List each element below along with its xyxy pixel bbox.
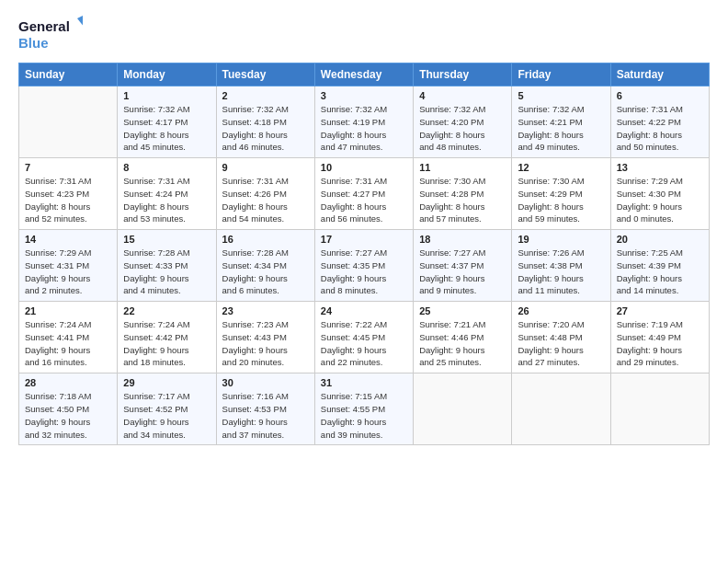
calendar-cell: 25Sunrise: 7:21 AMSunset: 4:46 PMDayligh… <box>414 302 512 373</box>
day-number: 13 <box>617 162 703 173</box>
calendar-cell: 15Sunrise: 7:28 AMSunset: 4:33 PMDayligh… <box>118 230 216 302</box>
day-number: 9 <box>222 162 309 173</box>
calendar-cell: 8Sunrise: 7:31 AMSunset: 4:24 PMDaylight… <box>118 158 216 230</box>
calendar-cell: 13Sunrise: 7:29 AMSunset: 4:30 PMDayligh… <box>610 158 709 230</box>
header-friday: Friday <box>512 63 610 86</box>
day-number: 31 <box>321 377 407 388</box>
day-info: Sunrise: 7:16 AMSunset: 4:53 PMDaylight:… <box>222 390 309 441</box>
svg-text:Blue: Blue <box>18 35 49 51</box>
calendar-cell: 10Sunrise: 7:31 AMSunset: 4:27 PMDayligh… <box>314 158 413 230</box>
day-info: Sunrise: 7:29 AMSunset: 4:31 PMDaylight:… <box>25 247 111 297</box>
day-number: 4 <box>419 90 506 101</box>
day-number: 10 <box>321 162 407 173</box>
day-number: 12 <box>518 162 604 173</box>
day-number: 21 <box>25 305 111 316</box>
day-info: Sunrise: 7:29 AMSunset: 4:30 PMDaylight:… <box>617 175 703 225</box>
day-info: Sunrise: 7:32 AMSunset: 4:21 PMDaylight:… <box>518 103 604 154</box>
day-info: Sunrise: 7:31 AMSunset: 4:24 PMDaylight:… <box>123 175 210 225</box>
calendar-week-row: 1Sunrise: 7:32 AMSunset: 4:17 PMDaylight… <box>19 86 710 158</box>
day-number: 16 <box>222 234 309 245</box>
day-info: Sunrise: 7:32 AMSunset: 4:17 PMDaylight:… <box>123 103 210 154</box>
day-number: 14 <box>25 234 111 245</box>
day-info: Sunrise: 7:32 AMSunset: 4:19 PMDaylight:… <box>321 103 407 154</box>
day-info: Sunrise: 7:32 AMSunset: 4:18 PMDaylight:… <box>222 103 309 154</box>
day-number: 18 <box>419 234 506 245</box>
day-number: 20 <box>617 234 703 245</box>
calendar-cell: 24Sunrise: 7:22 AMSunset: 4:45 PMDayligh… <box>314 302 413 373</box>
calendar-cell: 17Sunrise: 7:27 AMSunset: 4:35 PMDayligh… <box>314 230 413 302</box>
calendar-header-row: SundayMondayTuesdayWednesdayThursdayFrid… <box>19 63 710 86</box>
day-info: Sunrise: 7:31 AMSunset: 4:26 PMDaylight:… <box>222 175 309 225</box>
day-number: 26 <box>518 305 604 316</box>
calendar-cell <box>19 86 118 158</box>
calendar-cell: 9Sunrise: 7:31 AMSunset: 4:26 PMDaylight… <box>216 158 314 230</box>
day-info: Sunrise: 7:26 AMSunset: 4:38 PMDaylight:… <box>518 247 604 297</box>
calendar-week-row: 7Sunrise: 7:31 AMSunset: 4:23 PMDaylight… <box>19 158 710 230</box>
day-info: Sunrise: 7:21 AMSunset: 4:46 PMDaylight:… <box>419 318 506 369</box>
day-info: Sunrise: 7:31 AMSunset: 4:27 PMDaylight:… <box>321 175 407 225</box>
day-number: 2 <box>222 90 309 101</box>
day-number: 22 <box>123 305 210 316</box>
day-number: 30 <box>222 377 309 388</box>
day-info: Sunrise: 7:18 AMSunset: 4:50 PMDaylight:… <box>25 390 111 441</box>
day-number: 19 <box>518 234 604 245</box>
day-info: Sunrise: 7:22 AMSunset: 4:45 PMDaylight:… <box>321 318 407 369</box>
svg-marker-2 <box>77 15 83 28</box>
day-info: Sunrise: 7:28 AMSunset: 4:34 PMDaylight:… <box>222 247 309 297</box>
day-info: Sunrise: 7:32 AMSunset: 4:20 PMDaylight:… <box>419 103 506 154</box>
header-tuesday: Tuesday <box>216 63 314 86</box>
day-number: 7 <box>25 162 111 173</box>
day-info: Sunrise: 7:27 AMSunset: 4:35 PMDaylight:… <box>321 247 407 297</box>
header-monday: Monday <box>118 63 216 86</box>
calendar-cell <box>512 373 610 445</box>
header-wednesday: Wednesday <box>314 63 413 86</box>
day-info: Sunrise: 7:27 AMSunset: 4:37 PMDaylight:… <box>419 247 506 297</box>
calendar-cell: 16Sunrise: 7:28 AMSunset: 4:34 PMDayligh… <box>216 230 314 302</box>
day-info: Sunrise: 7:24 AMSunset: 4:41 PMDaylight:… <box>25 318 111 369</box>
day-info: Sunrise: 7:23 AMSunset: 4:43 PMDaylight:… <box>222 318 309 369</box>
calendar-cell: 21Sunrise: 7:24 AMSunset: 4:41 PMDayligh… <box>19 302 118 373</box>
calendar-cell: 14Sunrise: 7:29 AMSunset: 4:31 PMDayligh… <box>19 230 118 302</box>
day-number: 11 <box>419 162 506 173</box>
day-info: Sunrise: 7:25 AMSunset: 4:39 PMDaylight:… <box>617 247 703 297</box>
header-thursday: Thursday <box>414 63 512 86</box>
calendar-cell: 28Sunrise: 7:18 AMSunset: 4:50 PMDayligh… <box>19 373 118 445</box>
day-info: Sunrise: 7:20 AMSunset: 4:48 PMDaylight:… <box>518 318 604 369</box>
svg-text:General: General <box>18 18 70 34</box>
day-number: 6 <box>617 90 703 101</box>
day-info: Sunrise: 7:19 AMSunset: 4:49 PMDaylight:… <box>617 318 703 369</box>
day-number: 5 <box>518 90 604 101</box>
calendar-cell <box>610 373 709 445</box>
day-number: 23 <box>222 305 309 316</box>
day-info: Sunrise: 7:30 AMSunset: 4:29 PMDaylight:… <box>518 175 604 225</box>
day-info: Sunrise: 7:31 AMSunset: 4:23 PMDaylight:… <box>25 175 111 225</box>
calendar-cell: 30Sunrise: 7:16 AMSunset: 4:53 PMDayligh… <box>216 373 314 445</box>
calendar-cell: 23Sunrise: 7:23 AMSunset: 4:43 PMDayligh… <box>216 302 314 373</box>
day-info: Sunrise: 7:31 AMSunset: 4:22 PMDaylight:… <box>617 103 703 154</box>
day-number: 25 <box>419 305 506 316</box>
calendar-cell: 2Sunrise: 7:32 AMSunset: 4:18 PMDaylight… <box>216 86 314 158</box>
day-info: Sunrise: 7:28 AMSunset: 4:33 PMDaylight:… <box>123 247 210 297</box>
calendar-week-row: 28Sunrise: 7:18 AMSunset: 4:50 PMDayligh… <box>19 373 710 445</box>
calendar-cell: 12Sunrise: 7:30 AMSunset: 4:29 PMDayligh… <box>512 158 610 230</box>
day-number: 1 <box>123 90 210 101</box>
calendar-cell: 3Sunrise: 7:32 AMSunset: 4:19 PMDaylight… <box>314 86 413 158</box>
calendar-cell: 18Sunrise: 7:27 AMSunset: 4:37 PMDayligh… <box>414 230 512 302</box>
calendar-cell: 31Sunrise: 7:15 AMSunset: 4:55 PMDayligh… <box>314 373 413 445</box>
calendar-cell: 22Sunrise: 7:24 AMSunset: 4:42 PMDayligh… <box>118 302 216 373</box>
day-info: Sunrise: 7:24 AMSunset: 4:42 PMDaylight:… <box>123 318 210 369</box>
header-sunday: Sunday <box>19 63 118 86</box>
calendar-cell: 19Sunrise: 7:26 AMSunset: 4:38 PMDayligh… <box>512 230 610 302</box>
day-info: Sunrise: 7:30 AMSunset: 4:28 PMDaylight:… <box>419 175 506 225</box>
calendar-cell: 29Sunrise: 7:17 AMSunset: 4:52 PMDayligh… <box>118 373 216 445</box>
calendar-cell: 7Sunrise: 7:31 AMSunset: 4:23 PMDaylight… <box>19 158 118 230</box>
calendar-cell <box>414 373 512 445</box>
day-number: 24 <box>321 305 407 316</box>
calendar-cell: 5Sunrise: 7:32 AMSunset: 4:21 PMDaylight… <box>512 86 610 158</box>
calendar-cell: 26Sunrise: 7:20 AMSunset: 4:48 PMDayligh… <box>512 302 610 373</box>
calendar-cell: 11Sunrise: 7:30 AMSunset: 4:28 PMDayligh… <box>414 158 512 230</box>
calendar-week-row: 14Sunrise: 7:29 AMSunset: 4:31 PMDayligh… <box>19 230 710 302</box>
calendar-table: SundayMondayTuesdayWednesdayThursdayFrid… <box>18 63 710 445</box>
day-number: 17 <box>321 234 407 245</box>
calendar-week-row: 21Sunrise: 7:24 AMSunset: 4:41 PMDayligh… <box>19 302 710 373</box>
